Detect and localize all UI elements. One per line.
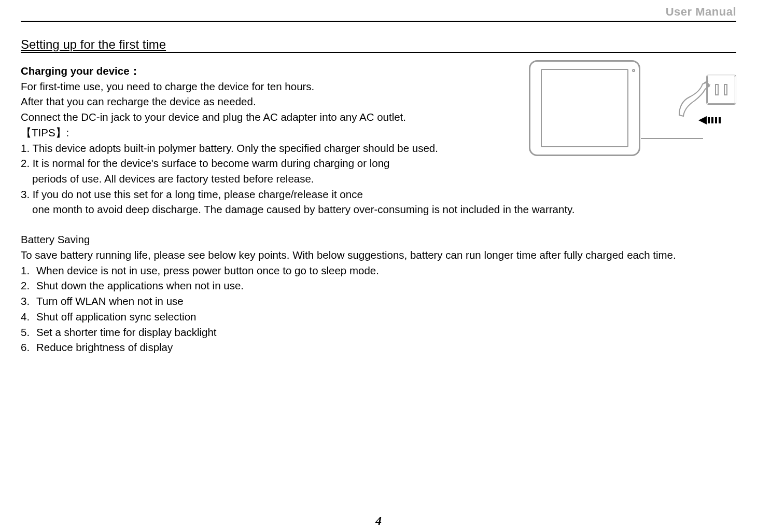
- tip-3-line-2: one month to avoid deep discharge. The d…: [21, 202, 736, 217]
- tablet-screen-icon: [541, 69, 628, 147]
- list-item-text: Shut off application sync selection: [36, 309, 196, 325]
- section-title-wrap: Setting up for the first time: [21, 37, 736, 53]
- list-item: 3.Turn off WLAN when not in use: [21, 293, 736, 309]
- list-item-text: When device is not in use, press power b…: [36, 263, 379, 278]
- section-title: Setting up for the first time: [21, 37, 166, 52]
- list-item: 5.Set a shorter time for display backlig…: [21, 325, 736, 340]
- list-item-number: 2.: [21, 278, 36, 293]
- header-bar: User Manual: [21, 5, 736, 22]
- content-body: Charging your device： For first-time use…: [21, 63, 736, 355]
- page-number: 4: [0, 514, 757, 528]
- list-item-number: 6.: [21, 340, 36, 355]
- tablet-icon: [529, 60, 640, 156]
- list-item-text: Set a shorter time for display backlight: [36, 325, 217, 340]
- arrow-icon: [698, 116, 721, 124]
- list-item: 6.Reduce brightness of display: [21, 340, 736, 355]
- list-item: 4.Shut off application sync selection: [21, 309, 736, 325]
- list-item-number: 4.: [21, 309, 36, 325]
- list-item-number: 1.: [21, 263, 36, 278]
- tip-2-line-2: periods of use. All devices are factory …: [21, 171, 736, 187]
- page-container: User Manual Setting up for the first tim…: [0, 0, 757, 355]
- tip-3-line-1: 3. If you do not use this set for a long…: [21, 187, 736, 202]
- list-item-number: 3.: [21, 293, 36, 309]
- list-item-text: Reduce brightness of display: [36, 340, 173, 355]
- cable-icon: [641, 138, 703, 148]
- tablet-camera-icon: [632, 69, 635, 72]
- charging-illustration: [529, 60, 736, 164]
- list-item-text: Shut down the applications when not in u…: [36, 278, 244, 293]
- battery-saving-list: 1.When device is not in use, press power…: [21, 263, 736, 355]
- battery-saving-intro: To save battery running life, please see…: [21, 247, 736, 263]
- list-item-text: Turn off WLAN when not in use: [36, 293, 184, 309]
- list-item: 2.Shut down the applications when not in…: [21, 278, 736, 293]
- outlet-icon: [706, 75, 736, 105]
- list-item-number: 5.: [21, 325, 36, 340]
- battery-saving-heading: Battery Saving: [21, 232, 736, 247]
- list-item: 1.When device is not in use, press power…: [21, 263, 736, 278]
- header-label: User Manual: [666, 5, 736, 19]
